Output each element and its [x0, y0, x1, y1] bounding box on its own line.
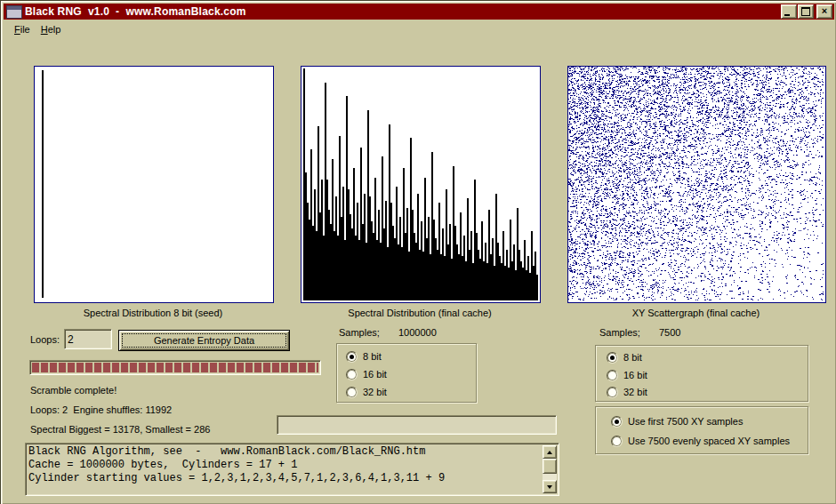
scroll-down-button[interactable] [543, 480, 557, 493]
scatter-panel [567, 66, 826, 303]
scatter-samples-label: Samples; [599, 327, 640, 338]
radio-label: 16 bit [363, 369, 387, 380]
maximize-button[interactable] [798, 4, 814, 19]
spectral-panel [301, 66, 541, 303]
arrow-down-icon [547, 485, 552, 489]
radio-icon[interactable] [607, 387, 618, 398]
radio-first-7500[interactable]: Use first 7500 XY samples [611, 415, 743, 428]
arrow-up-icon [547, 451, 552, 454]
progress-fill [32, 363, 318, 372]
scatter-radio-8bit[interactable]: 8 bit [607, 351, 642, 364]
log-text: Black RNG Algorithm, see - www.RomanBlac… [28, 445, 541, 493]
loops-input[interactable] [64, 329, 112, 349]
scroll-up-button[interactable] [543, 445, 557, 459]
radio-label: Use 7500 evenly spaced XY samples [628, 436, 790, 446]
status-loops-shuffles: Loops: 2 Engine shuffles: 11992 [30, 404, 172, 415]
radio-icon[interactable] [611, 436, 623, 447]
radio-label: 8 bit [623, 352, 642, 363]
menu-item-help[interactable]: Help [36, 22, 67, 36]
menu-item-file[interactable]: File [9, 22, 36, 36]
close-button[interactable]: × [816, 4, 832, 19]
window-title: Black RNG v1.0 - www.RomanBlack.com [25, 5, 246, 18]
titlebar: Black RNG v1.0 - www.RomanBlack.com × [4, 4, 834, 20]
minimize-icon [784, 14, 790, 16]
spectral-bit-group: 8 bit 16 bit 32 bit [336, 343, 477, 403]
log-line: Cylinder starting values = 1,2,3,1,2,3,4… [28, 472, 541, 485]
spectral-bars [303, 68, 540, 300]
radio-icon[interactable] [346, 387, 358, 398]
spectral-samples-value: 1000000 [398, 327, 437, 338]
status-spectral-minmax: Spectral Biggest = 13178, Smallest = 286 [30, 424, 210, 435]
radio-icon[interactable] [346, 351, 358, 363]
spectral-caption: Spectral Distribution (final cache) [301, 308, 539, 318]
close-icon: × [817, 5, 832, 18]
radio-icon[interactable] [346, 369, 358, 380]
radio-icon[interactable] [607, 352, 618, 364]
scatter-radio-16bit[interactable]: 16 bit [607, 369, 647, 381]
app-icon[interactable] [6, 5, 22, 19]
spectral-samples-label: Samples; [339, 327, 380, 338]
spectral-radio-8bit[interactable]: 8 bit [346, 350, 382, 363]
scatter-sampling-group: Use first 7500 XY samples Use 7500 evenl… [595, 406, 808, 454]
maximize-icon [801, 7, 810, 16]
window-buttons: × [780, 4, 832, 19]
log-line: Black RNG Algorithm, see - www.RomanBlac… [28, 445, 541, 459]
log-box[interactable]: Black RNG Algorithm, see - www.RomanBlac… [25, 443, 559, 496]
app-window: Black RNG v1.0 - www.RomanBlack.com × Fi… [0, 0, 836, 504]
radio-evenly-spaced-7500[interactable]: Use 7500 evenly spaced XY samples [611, 435, 790, 447]
radio-label: 32 bit [623, 387, 647, 397]
scatter-caption: XY Scattergraph (final cache) [567, 308, 824, 318]
radio-label: 8 bit [363, 351, 382, 362]
spectral-radio-32bit[interactable]: 32 bit [346, 386, 387, 398]
seed-spectral-panel [34, 66, 274, 303]
secondary-progress-box [277, 415, 557, 435]
menubar: File Help [4, 20, 834, 37]
seed-spectral-line [42, 70, 44, 298]
spectral-samples-row: Samples; 1000000 [339, 327, 437, 338]
scatter-samples-row: Samples; 7500 [599, 327, 680, 338]
scroll-thumb[interactable] [543, 459, 557, 474]
seed-caption: Spectral Distribution 8 bit (seed) [34, 308, 272, 318]
progress-bar [29, 360, 321, 375]
radio-label: 32 bit [363, 387, 387, 397]
generate-entropy-button[interactable]: Generate Entropy Data [118, 330, 290, 351]
status-scramble: Scramble complete! [30, 385, 117, 396]
log-scrollbar[interactable] [543, 445, 557, 493]
radio-icon[interactable] [607, 370, 618, 381]
spectral-radio-16bit[interactable]: 16 bit [346, 368, 387, 380]
scatter-radio-32bit[interactable]: 32 bit [607, 386, 647, 398]
log-line: Cache = 1000000 bytes, Cylinders = 17 + … [28, 459, 541, 472]
minimize-button[interactable] [781, 4, 797, 19]
radio-icon[interactable] [611, 416, 623, 428]
scatter-bit-group: 8 bit 16 bit 32 bit [595, 345, 808, 402]
radio-label: 16 bit [623, 370, 647, 380]
scatter-samples-value: 7500 [659, 327, 680, 338]
scatter-canvas [568, 67, 824, 300]
loops-label: Loops: [30, 334, 60, 345]
radio-label: Use first 7500 XY samples [628, 416, 743, 427]
